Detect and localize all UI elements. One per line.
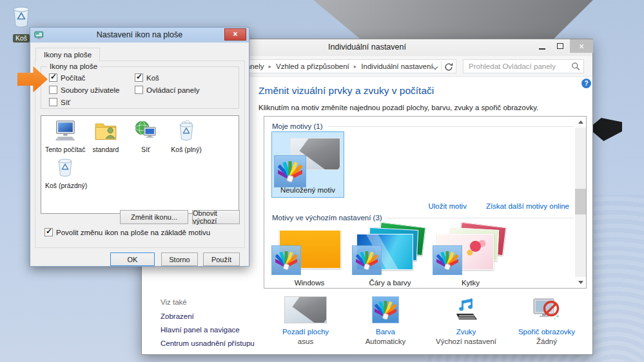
- icon-item-label: Koš (plný): [166, 146, 206, 153]
- save-theme-link[interactable]: Uložit motiv: [428, 202, 466, 210]
- checkbox-box[interactable]: [135, 86, 143, 94]
- setting-sounds[interactable]: Zvuky Výchozí nastavení: [426, 294, 506, 345]
- close-button[interactable]: ×: [570, 39, 593, 53]
- setting-value: asus: [266, 338, 346, 345]
- sidebar-link-display[interactable]: Zobrazení: [161, 312, 194, 320]
- sidebar-link-taskbar[interactable]: Hlavní panel a navigace: [161, 326, 240, 334]
- color-fan-icon: [271, 245, 301, 275]
- checkbox-box[interactable]: [49, 98, 57, 106]
- recycle-bin-icon: [10, 3, 32, 29]
- checkbox-label: Počítač: [61, 74, 85, 82]
- get-more-themes-link[interactable]: Získat další motivy online: [486, 202, 569, 210]
- breadcrumb-section[interactable]: Vzhled a přizpůsobení: [276, 62, 349, 70]
- my-themes-label: Moje motivy (1): [272, 122, 323, 130]
- refresh-icon: [444, 62, 454, 72]
- search-input[interactable]: [463, 59, 584, 73]
- breadcrumb-separator-icon: ▸: [268, 63, 271, 70]
- checkbox-user-files[interactable]: Soubory uživatele: [49, 86, 119, 94]
- icon-list[interactable]: Tento počítač standard Síť Koš (plný) Ko…: [41, 115, 239, 214]
- setting-color[interactable]: Barva Automaticky: [346, 294, 425, 345]
- see-also-heading: Viz také: [161, 298, 187, 306]
- setting-label: Pozadí plochy: [266, 328, 346, 336]
- search-icon[interactable]: [571, 62, 580, 71]
- checkbox-recycle-bin[interactable]: ✓ Koš: [135, 73, 159, 82]
- maximize-button[interactable]: [552, 39, 569, 53]
- check-icon: ✓: [46, 227, 52, 236]
- checkbox-box[interactable]: [49, 86, 57, 94]
- checkbox-box[interactable]: ✓: [49, 73, 57, 82]
- sidebar-link-ease-of-access[interactable]: Centrum usnadnění přístupu: [161, 339, 255, 347]
- theme-label: Kytky: [433, 279, 509, 287]
- breadcrumb-page[interactable]: Individuální nastavení: [361, 62, 433, 70]
- setting-label: Barva: [346, 328, 425, 336]
- ok-button[interactable]: OK: [110, 252, 155, 266]
- color-fan-icon: [372, 296, 399, 323]
- default-themes-label: Motivy ve výchozím nastavení (3): [272, 214, 382, 222]
- theme-links: Uložit motiv Získat další motivy online: [271, 202, 569, 210]
- scroll-up-button[interactable]: [575, 117, 586, 128]
- setting-screensaver[interactable]: Spořič obrazovky Žádný: [507, 294, 587, 345]
- dialog-close-button[interactable]: ×: [224, 28, 246, 41]
- scroll-down-button[interactable]: [575, 277, 586, 288]
- icon-item-standard[interactable]: standard: [86, 120, 126, 153]
- user-folder-icon: [94, 120, 117, 142]
- minimize-button[interactable]: [534, 39, 551, 53]
- desktop-recycle-bin-label: Koš: [13, 34, 30, 43]
- refresh-button[interactable]: [444, 62, 454, 72]
- checkbox-network[interactable]: Síť: [49, 98, 70, 106]
- setting-desktop-background[interactable]: Pozadí plochy asus: [266, 294, 346, 345]
- color-fan-icon: [433, 245, 462, 275]
- setting-label: Zvuky: [426, 328, 506, 336]
- help-icon[interactable]: ?: [581, 79, 591, 88]
- breadcrumb-dropdown-icon[interactable]: [433, 65, 438, 70]
- dialog-titlebar[interactable]: Nastavení ikon na ploše ×: [30, 28, 249, 43]
- divider: [387, 218, 574, 218]
- checkbox-box[interactable]: ✓: [44, 228, 53, 236]
- search-box: [463, 59, 584, 73]
- checkbox-computer[interactable]: ✓ Počítač: [49, 73, 85, 82]
- change-icon-button[interactable]: Změnit ikonu...: [120, 210, 188, 224]
- theme-label: Čáry a barvy: [352, 279, 428, 287]
- theme-lines-colors[interactable]: Čáry a barvy: [352, 225, 431, 289]
- themes-scrollbar[interactable]: [575, 117, 586, 288]
- cancel-button[interactable]: Storno: [161, 252, 198, 266]
- checkbox-label: Síť: [61, 99, 70, 106]
- theme-windows[interactable]: Windows: [271, 225, 350, 289]
- checkbox-label: Koš: [146, 74, 159, 82]
- icon-item-bin-full[interactable]: Koš (plný): [166, 120, 206, 153]
- theme-label: Windows: [271, 279, 347, 287]
- icon-item-label: Tento počítač: [45, 146, 85, 153]
- setting-value: Výchozí nastavení: [426, 338, 506, 345]
- tab-label: Ikony na ploše: [44, 51, 92, 59]
- tab-desktop-icons[interactable]: Ikony na ploše: [35, 48, 100, 61]
- apply-button[interactable]: Použít: [203, 252, 240, 266]
- icon-item-label: Síť: [126, 146, 166, 153]
- dialog-title: Nastavení ikon na ploše: [30, 30, 249, 39]
- checkbox-label: Soubory uživatele: [61, 86, 119, 94]
- checkbox-box[interactable]: ✓: [135, 73, 143, 82]
- divider: [328, 126, 574, 127]
- checkbox-allow-theme-icons[interactable]: ✓ Povolit změnu ikon na ploše na základě…: [44, 228, 210, 236]
- scrollbar-thumb[interactable]: [575, 189, 586, 214]
- scroll-up-icon: [578, 120, 583, 124]
- icon-item-label: standard: [86, 146, 126, 153]
- color-fan-icon: [274, 155, 306, 187]
- screensaver-icon: [532, 297, 561, 323]
- default-themes-header: Motivy ve výchozím nastavení (3): [272, 214, 574, 222]
- checkbox-label: Ovládací panely: [146, 86, 199, 94]
- theme-label: Neuložený motiv: [272, 186, 344, 194]
- icon-item-computer[interactable]: Tento počítač: [45, 120, 85, 153]
- page-description: Kliknutím na motiv změníte najednou poza…: [259, 104, 538, 111]
- theme-unsaved[interactable]: Neuložený motiv: [271, 131, 344, 198]
- checkbox-control-panel[interactable]: Ovládací panely: [135, 86, 199, 94]
- theme-thumbnail: [434, 226, 507, 272]
- scroll-down-icon: [578, 281, 583, 284]
- check-icon: ✓: [136, 72, 142, 81]
- restore-default-button[interactable]: Obnovit výchozí: [192, 210, 240, 224]
- computer-icon: [54, 120, 77, 142]
- theme-flowers[interactable]: Kytky: [433, 225, 511, 289]
- breadcrumb-separator-icon: ▸: [354, 63, 357, 70]
- icon-item-network[interactable]: Síť: [126, 120, 166, 153]
- icon-item-bin-empty[interactable]: Koš (prázdný): [45, 156, 85, 189]
- breadcrumb-divider: [441, 61, 442, 71]
